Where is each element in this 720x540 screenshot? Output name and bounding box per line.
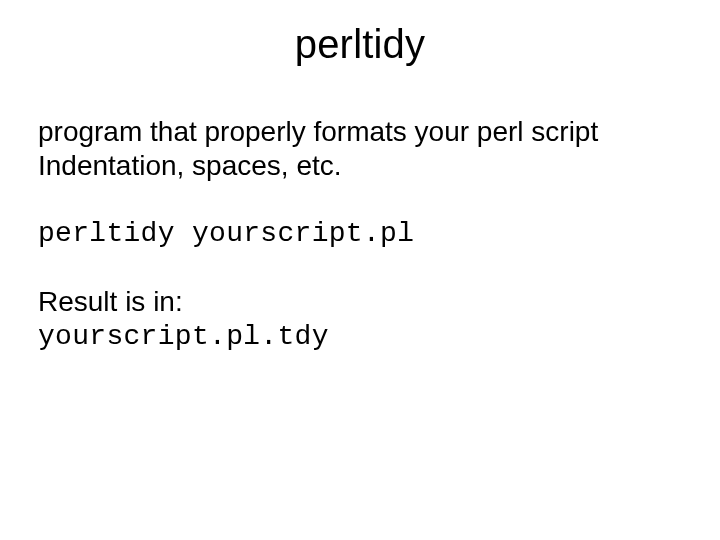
body-line-2: Indentation, spaces, etc. [38,149,682,183]
slide: perltidy program that properly formats y… [0,0,720,540]
body-line-1: program that properly formats your perl … [38,115,682,149]
result-file: yourscript.pl.tdy [38,320,682,354]
result-label: Result is in: [38,285,682,319]
command-line: perltidy yourscript.pl [38,217,682,251]
paragraph-spacer [38,183,682,217]
paragraph-spacer [38,251,682,285]
slide-body: program that properly formats your perl … [38,115,682,354]
slide-title: perltidy [0,22,720,67]
